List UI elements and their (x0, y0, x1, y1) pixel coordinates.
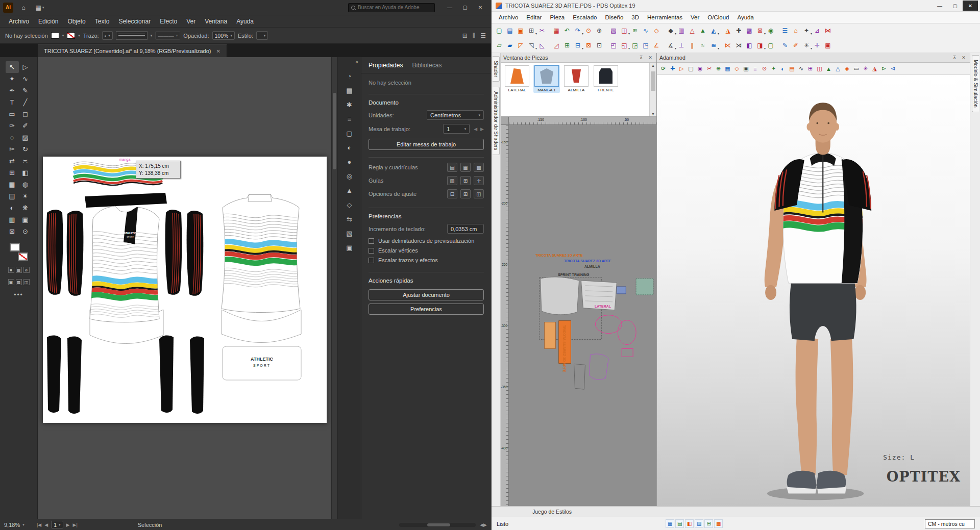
close-button[interactable]: ✕ (473, 2, 488, 14)
tool-icon[interactable]: ⊞ (6, 167, 19, 179)
menu-item[interactable]: Diseño (601, 14, 628, 20)
toolbar-icon[interactable]: ▱ (494, 40, 504, 51)
snap-grid-icon[interactable]: ⊟ (447, 189, 457, 198)
zoom-dropdown[interactable]: 9,18%▾ (4, 522, 33, 528)
checkbox-icon[interactable] (369, 238, 374, 244)
menu-item[interactable]: 3D (627, 14, 643, 20)
artboard[interactable]: manga (43, 157, 327, 423)
toolbar-icon[interactable]: ✂ (705, 64, 714, 73)
panel-icon[interactable]: ▣ (338, 240, 361, 255)
toolbar-icon[interactable]: △ (834, 64, 842, 73)
menu-item[interactable]: Texto (90, 18, 114, 25)
fit-document-button[interactable]: Ajustar documento (369, 289, 484, 300)
menu-item[interactable]: Efecto (155, 18, 182, 25)
toolbar-icon[interactable]: ≋ (630, 26, 640, 36)
menu-item[interactable]: Ver (687, 14, 703, 20)
tool-icon[interactable]: ✑ (6, 120, 19, 132)
toolbar-icon[interactable]: ▢ (766, 40, 776, 51)
toolbar-icon[interactable]: ⊙ (760, 64, 769, 73)
preference-checkbox[interactable]: Usar delimitadores de previsualización (369, 238, 484, 244)
toolbar-icon[interactable]: ▧ (608, 26, 619, 36)
toolbar-icon[interactable]: ✛ (812, 40, 822, 51)
toolbar-icon[interactable]: ⊟ (573, 40, 583, 51)
toolbar-icon[interactable]: ▣ (516, 26, 526, 36)
tool-icon[interactable]: ↻ (19, 143, 32, 155)
tool-icon[interactable]: ◍ (19, 179, 32, 190)
sleeve-piece[interactable] (187, 211, 204, 296)
piece-thumbnail[interactable]: LATERAL (504, 65, 530, 93)
status-icon[interactable]: ⊞ (704, 519, 713, 528)
stroke-width-field[interactable]: ◦▾ (102, 31, 113, 40)
menu-item[interactable]: Edición (34, 18, 63, 25)
toolbar-icon[interactable]: ⊠ (583, 40, 594, 51)
show-guides-icon[interactable]: ▥ (447, 176, 457, 185)
tool-icon[interactable]: ▣ (19, 214, 32, 225)
toolbar-icon[interactable]: ⊕ (714, 64, 723, 73)
gradient-mode-icon[interactable]: ▦ (16, 267, 22, 273)
toolbar-icon[interactable]: ⊙ (583, 26, 594, 36)
tool-icon[interactable]: ≍ (19, 155, 32, 167)
toolbar-icon[interactable]: ▦ (723, 64, 732, 73)
preferences-button[interactable]: Preferencias (369, 304, 484, 315)
artboard-number-dropdown[interactable]: 1▾ (51, 521, 63, 528)
toolbar-icon[interactable]: ◫ (815, 64, 824, 73)
illustrator-logo-icon[interactable]: Ai (3, 3, 13, 13)
panel-menu-icon[interactable]: ☰ (480, 32, 486, 39)
tool-icon[interactable]: ✒ (6, 85, 19, 96)
toolbar-icon[interactable]: ⊿ (812, 26, 822, 36)
fill-caret-icon[interactable]: ▾ (62, 34, 64, 38)
piece-thumbnail[interactable]: MANGA 1 (533, 65, 560, 93)
lock-guides-icon[interactable]: ⊞ (460, 176, 471, 185)
tool-icon[interactable]: ✐ (19, 120, 32, 132)
panel-icon[interactable]: ◇ (338, 197, 361, 212)
sleeve-piece[interactable] (46, 210, 63, 295)
toolbar-icon[interactable]: ✳ (801, 40, 812, 51)
pattern-workspace-2d[interactable]: -150-100-500 -150-200-250-300-350-400 (501, 117, 656, 506)
canvas[interactable]: manga (38, 57, 337, 519)
style-dropdown[interactable]: ▾ (256, 31, 268, 40)
panel-icon[interactable]: ◐ (338, 140, 361, 155)
tool-icon[interactable]: ⊙ (19, 225, 32, 237)
help-search[interactable] (348, 3, 435, 12)
leg-piece[interactable] (47, 336, 61, 413)
first-artboard-icon[interactable]: |◀ (37, 522, 41, 527)
close-button[interactable]: ✕ (963, 1, 978, 11)
tool-icon[interactable]: ▦ (6, 179, 19, 190)
menu-item[interactable]: Pieza (546, 14, 569, 20)
toolbar-icon[interactable]: ◉ (696, 64, 704, 73)
tool-icon[interactable]: ⊠ (6, 225, 19, 237)
toolbar-icon[interactable]: ▩ (744, 26, 754, 36)
units-indicator[interactable]: CM - metros cu (925, 519, 975, 528)
toolbar-icon[interactable]: ▥ (676, 26, 687, 36)
panel-icon[interactable]: ▤ (338, 83, 361, 97)
panel-icon[interactable]: ◔ (338, 69, 361, 83)
panel-icon[interactable]: ⇆ (338, 212, 361, 226)
status-icon[interactable]: ▩ (714, 519, 723, 528)
toolbar-icon[interactable]: ✦ (769, 64, 778, 73)
sleeve-piece[interactable] (165, 210, 182, 295)
tool-icon[interactable]: ↖ (6, 61, 19, 73)
toolbar-icon[interactable]: ⌂ (791, 26, 801, 36)
tool-icon[interactable]: ◌ (6, 132, 19, 143)
units-dropdown[interactable]: Centímetros▾ (427, 110, 484, 120)
toolbar-icon[interactable]: ∡ (666, 40, 676, 51)
home-icon[interactable]: ⌂ (17, 3, 30, 13)
toolbar-icon[interactable]: ⊳ (879, 64, 888, 73)
toolbar-icon[interactable]: ≈ (698, 40, 708, 51)
toolbar-icon[interactable]: ▤ (788, 64, 796, 73)
brush-dropdown[interactable]: ———▾ (155, 31, 180, 40)
styles-bar-label[interactable]: Juego de Estilos (532, 509, 572, 515)
status-icon[interactable]: ▨ (695, 519, 703, 528)
toolbar-icon[interactable]: ⋊ (733, 40, 744, 51)
tab-model-simulation[interactable]: Modelo & Simulación (972, 55, 979, 112)
toolbar-icon[interactable]: ◳ (641, 40, 651, 51)
toolbar-icon[interactable]: ◇ (651, 26, 662, 36)
toolbar-icon[interactable]: ⊲ (889, 64, 897, 73)
opacity-value[interactable]: 100%▾ (212, 31, 235, 40)
toolbar-icon[interactable]: ∥ (687, 40, 697, 51)
toolbar-icon[interactable]: ◐ (778, 64, 787, 73)
scrollbar-thumb[interactable] (333, 93, 336, 169)
toolbar-icon[interactable]: △ (687, 26, 697, 36)
tool-icon[interactable]: ◐ (6, 202, 19, 214)
scroll-arrows[interactable]: ◀▶ (480, 522, 487, 527)
